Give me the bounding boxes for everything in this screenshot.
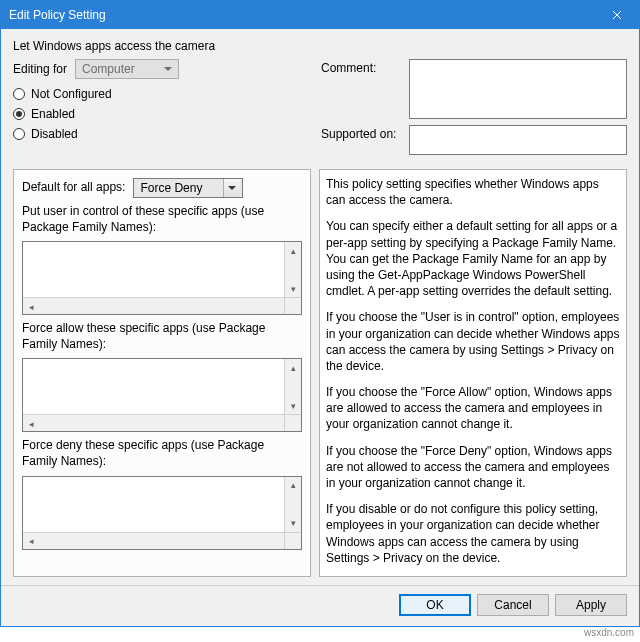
supported-on-label: Supported on:: [321, 125, 401, 141]
scroll-up-icon: ▴: [285, 477, 302, 494]
comment-textbox[interactable]: [409, 59, 627, 119]
editing-for-dropdown[interactable]: Computer: [75, 59, 179, 79]
titlebar: Edit Policy Setting: [1, 1, 639, 29]
scroll-down-icon: ▾: [285, 397, 302, 414]
description-panel[interactable]: This policy setting specifies whether Wi…: [319, 169, 627, 577]
radio-icon: [13, 88, 25, 100]
window-title: Edit Policy Setting: [9, 8, 106, 22]
editing-for-label: Editing for: [13, 62, 67, 76]
default-for-all-apps-combo[interactable]: Force Deny: [133, 178, 243, 198]
scrollbar-vertical[interactable]: ▴▾: [284, 242, 301, 297]
cancel-button[interactable]: Cancel: [477, 594, 549, 616]
radio-label: Not Configured: [31, 87, 112, 101]
scroll-corner: [284, 297, 301, 314]
default-for-all-apps-label: Default for all apps:: [22, 180, 125, 196]
default-for-all-apps-value: Force Deny: [140, 181, 202, 195]
scrollbar-horizontal[interactable]: ◂▸: [23, 414, 301, 431]
scrollbar-vertical[interactable]: ▴▾: [284, 359, 301, 414]
comment-label: Comment:: [321, 59, 401, 75]
radio-icon: [13, 108, 25, 120]
ok-button[interactable]: OK: [399, 594, 471, 616]
close-button[interactable]: [595, 1, 639, 29]
scroll-corner: [284, 414, 301, 431]
radio-enabled[interactable]: Enabled: [13, 107, 313, 121]
radio-label: Enabled: [31, 107, 75, 121]
scroll-down-icon: ▾: [285, 515, 302, 532]
scroll-left-icon: ◂: [23, 415, 40, 432]
scrollbar-vertical[interactable]: ▴▾: [284, 477, 301, 532]
supported-on-textbox: [409, 125, 627, 155]
options-panel: Default for all apps: Force Deny Put use…: [13, 169, 311, 577]
window: Edit Policy Setting Let Windows apps acc…: [0, 0, 640, 627]
user-control-apps-label: Put user in control of these specific ap…: [22, 204, 302, 235]
description-text: This policy setting specifies whether Wi…: [326, 176, 620, 208]
user-control-apps-listbox[interactable]: ▴▾ ◂▸: [22, 241, 302, 315]
scroll-left-icon: ◂: [23, 298, 40, 315]
scroll-down-icon: ▾: [285, 280, 302, 297]
description-text: If you disable or do not configure this …: [326, 501, 620, 566]
description-text: You can specify either a default setting…: [326, 218, 620, 299]
description-text: If an app is open when this Group Policy…: [326, 576, 620, 577]
state-radio-group: Not Configured Enabled Disabled: [13, 87, 313, 141]
radio-label: Disabled: [31, 127, 78, 141]
force-allow-apps-label: Force allow these specific apps (use Pac…: [22, 321, 302, 352]
close-icon: [612, 10, 622, 20]
footer: OK Cancel Apply: [1, 585, 639, 626]
editing-for-value: Computer: [82, 62, 135, 76]
scroll-up-icon: ▴: [285, 242, 302, 259]
description-text: If you choose the "User is in control" o…: [326, 309, 620, 374]
scrollbar-horizontal[interactable]: ◂▸: [23, 297, 301, 314]
top-section: Let Windows apps access the camera Editi…: [1, 29, 639, 161]
description-text: If you choose the "Force Deny" option, W…: [326, 443, 620, 492]
force-deny-apps-listbox[interactable]: ▴▾ ◂▸: [22, 476, 302, 550]
description-text: If you choose the "Force Allow" option, …: [326, 384, 620, 433]
apply-button[interactable]: Apply: [555, 594, 627, 616]
radio-disabled[interactable]: Disabled: [13, 127, 313, 141]
radio-icon: [13, 128, 25, 140]
policy-name: Let Windows apps access the camera: [13, 39, 627, 53]
scrollbar-horizontal[interactable]: ◂▸: [23, 532, 301, 549]
radio-not-configured[interactable]: Not Configured: [13, 87, 313, 101]
scroll-corner: [284, 532, 301, 549]
scroll-left-icon: ◂: [23, 533, 40, 550]
main-area: Default for all apps: Force Deny Put use…: [1, 161, 639, 585]
force-deny-apps-label: Force deny these specific apps (use Pack…: [22, 438, 302, 469]
scroll-up-icon: ▴: [285, 359, 302, 376]
force-allow-apps-listbox[interactable]: ▴▾ ◂▸: [22, 358, 302, 432]
